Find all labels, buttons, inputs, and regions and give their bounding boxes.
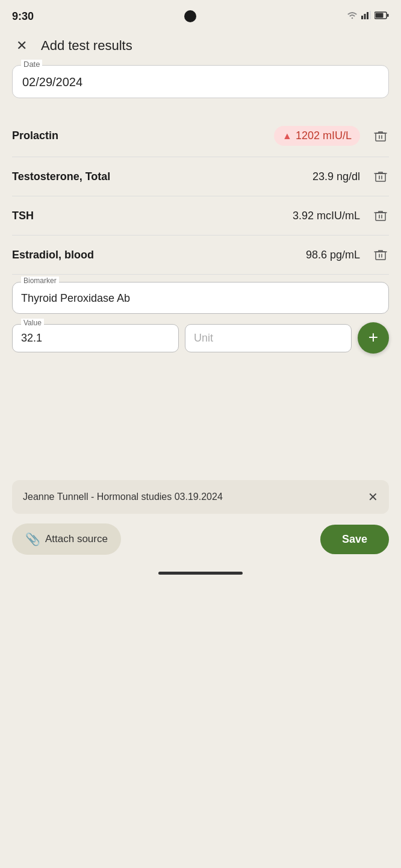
attach-source-label: Attach source: [45, 533, 108, 545]
close-icon: ✕: [16, 38, 27, 54]
biomarker-name: Estradiol, blood: [12, 249, 301, 261]
date-field[interactable]: Date 02/29/2024: [12, 65, 389, 98]
biomarker-name: TSH: [12, 210, 288, 222]
biomarker-field-label: Biomarker: [21, 276, 59, 285]
biomarker-value-high: ▲ 1202 mIU/L: [274, 126, 360, 146]
source-close-button[interactable]: ✕: [368, 490, 378, 504]
biomarker-row: TSH 3.92 mcIU/mL: [12, 196, 389, 236]
save-label: Save: [342, 533, 367, 545]
camera-indicator: [184, 10, 196, 22]
value-input-group[interactable]: Value 32.1: [12, 324, 179, 352]
svg-rect-20: [376, 252, 385, 260]
biomarker-row: Prolactin ▲ 1202 mIU/L: [12, 115, 389, 157]
paperclip-icon: 📎: [25, 532, 40, 546]
status-bar: 9:30: [0, 0, 401, 30]
status-time: 9:30: [12, 10, 34, 23]
biomarker-field-value: Thyroid Peroxidase Ab: [21, 292, 380, 305]
value-unit-row: Value 32.1 Unit +: [12, 322, 389, 354]
delete-button[interactable]: [372, 246, 389, 263]
date-value: 02/29/2024: [22, 75, 379, 89]
close-button[interactable]: ✕: [12, 36, 31, 55]
biomarker-value-text: 23.9 ng/dl: [312, 170, 360, 183]
bottom-actions: 📎 Attach source Save: [0, 523, 401, 569]
biomarker-row: Estradiol, blood 98.6 pg/mL: [12, 236, 389, 275]
header: ✕ Add test results: [0, 30, 401, 65]
home-bar: [158, 572, 243, 575]
biomarker-name: Prolactin: [12, 130, 269, 142]
delete-button[interactable]: [372, 168, 389, 185]
source-bar: Jeanne Tunnell - Hormonal studies 03.19.…: [12, 480, 389, 514]
date-label: Date: [21, 60, 42, 69]
spacer: [0, 372, 401, 480]
biomarker-row: Testosterone, Total 23.9 ng/dl: [12, 157, 389, 196]
svg-point-0: [352, 17, 353, 19]
unit-placeholder: Unit: [194, 332, 343, 345]
signal-icon: [361, 11, 371, 22]
biomarker-value-text: 98.6 pg/mL: [306, 249, 360, 261]
svg-rect-16: [376, 213, 385, 220]
biomarker-name: Testosterone, Total: [12, 170, 308, 183]
svg-rect-8: [376, 133, 385, 141]
value-field-value: 32.1: [21, 332, 170, 345]
biomarker-value-text: 1202 mIU/L: [296, 130, 352, 142]
add-button[interactable]: +: [358, 322, 389, 354]
svg-rect-4: [370, 11, 371, 19]
status-icons: [347, 11, 389, 22]
delete-button[interactable]: [372, 128, 389, 145]
value-field-label: Value: [21, 319, 44, 327]
save-button[interactable]: Save: [320, 525, 389, 554]
biomarker-list: Prolactin ▲ 1202 mIU/L Testosterone, Tot…: [0, 110, 401, 275]
svg-rect-2: [364, 14, 366, 19]
svg-rect-3: [367, 12, 368, 19]
page-title: Add test results: [41, 38, 132, 54]
source-text: Jeanne Tunnell - Hormonal studies 03.19.…: [23, 492, 223, 502]
unit-input-group[interactable]: Unit: [185, 324, 352, 352]
svg-rect-6: [376, 13, 384, 18]
wifi-icon: [347, 11, 358, 22]
up-arrow-icon: ▲: [282, 131, 292, 142]
home-indicator: [0, 569, 401, 581]
new-biomarker-section: Biomarker Thyroid Peroxidase Ab Value 32…: [0, 275, 401, 372]
svg-rect-7: [387, 14, 389, 17]
plus-icon: +: [368, 329, 378, 346]
biomarker-value-text: 3.92 mcIU/mL: [293, 210, 360, 222]
svg-rect-12: [376, 173, 385, 181]
svg-rect-1: [361, 16, 363, 19]
attach-source-button[interactable]: 📎 Attach source: [12, 523, 121, 555]
biomarker-input-group[interactable]: Biomarker Thyroid Peroxidase Ab: [12, 282, 389, 314]
battery-icon: [375, 11, 389, 22]
delete-button[interactable]: [372, 207, 389, 224]
